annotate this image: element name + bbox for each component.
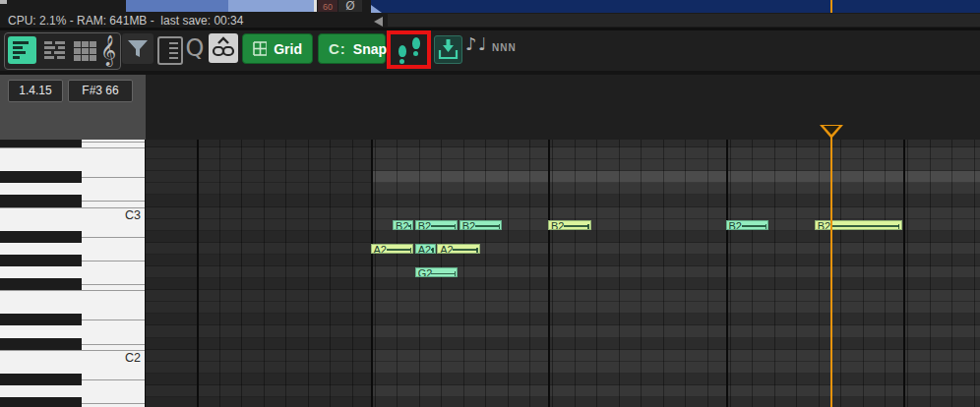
grid-row-G#1[interactable] <box>146 397 197 407</box>
piano-key-black-C#2[interactable] <box>0 338 82 350</box>
grid-toggle-button[interactable]: Grid <box>242 33 313 64</box>
grid-row-C2[interactable] <box>371 350 980 362</box>
grid-row-D2[interactable] <box>371 325 980 337</box>
midi-note-B2[interactable]: B2 <box>726 220 769 230</box>
grid-row-F3[interactable] <box>146 147 197 159</box>
piano-key-white-C3[interactable] <box>0 207 146 219</box>
grid-row-F3[interactable] <box>197 147 371 159</box>
midi-note-B2[interactable]: B2 <box>459 220 503 230</box>
grid-row-E2[interactable] <box>146 302 197 314</box>
grid-row-C#2[interactable] <box>197 338 371 350</box>
grid-row-A1[interactable] <box>371 385 980 397</box>
grid-row-G2[interactable] <box>197 266 371 278</box>
score-view-button[interactable]: 𝄞 <box>98 33 118 67</box>
grid-row-F#3[interactable] <box>371 140 980 147</box>
piano-key-white-A1[interactable] <box>0 385 146 397</box>
grid-row-C3[interactable] <box>371 207 980 219</box>
grid-row-E3[interactable] <box>146 159 197 171</box>
grid-row-A#1[interactable] <box>197 374 371 385</box>
piano-key-white-E3[interactable] <box>0 159 146 171</box>
scroll-left-arrow-icon[interactable] <box>374 17 383 27</box>
grid-row-D#3[interactable] <box>146 171 197 183</box>
grid-row-G#2[interactable] <box>197 255 371 266</box>
playhead-line[interactable] <box>830 125 832 407</box>
grid-row-E3[interactable] <box>197 159 371 171</box>
grid-row-G2[interactable] <box>371 266 980 278</box>
grid-row-D3[interactable] <box>146 183 197 195</box>
grid-row-C#3[interactable] <box>197 195 371 206</box>
piano-key-black-D#3[interactable] <box>0 171 82 183</box>
midi-note-A2[interactable]: A2 <box>415 244 436 254</box>
grid-row-B1[interactable] <box>146 362 197 374</box>
quarter-note-icon[interactable]: ♩ <box>478 33 487 54</box>
grid-row-F2[interactable] <box>146 290 197 302</box>
grid-row-E2[interactable] <box>197 302 371 314</box>
clip-block-left[interactable] <box>126 0 228 12</box>
midi-note-B2[interactable]: B2 <box>815 220 902 230</box>
grid-row-E2[interactable] <box>371 302 980 314</box>
grid-row-F#3[interactable] <box>197 140 371 147</box>
piano-key-black-A#1[interactable] <box>0 374 82 385</box>
grid-row-C2[interactable] <box>197 350 371 362</box>
grid-row-A1[interactable] <box>146 385 197 397</box>
grid-row-D#2[interactable] <box>146 314 197 325</box>
grid-row-F#2[interactable] <box>371 278 980 290</box>
midi-note-B2[interactable]: B2 <box>415 220 459 230</box>
grid-row-G#2[interactable] <box>371 255 980 266</box>
midi-note-A2[interactable]: A2 <box>371 244 414 254</box>
piano-key-white-C2[interactable] <box>0 350 146 362</box>
grid-row-A2[interactable] <box>146 243 197 255</box>
midi-note-G2[interactable]: G2 <box>415 267 459 277</box>
grid-row-G#1[interactable] <box>197 397 371 407</box>
grid-row-C#3[interactable] <box>146 195 197 206</box>
piano-key-white-B2[interactable] <box>0 219 146 231</box>
clip-region-strip[interactable] <box>371 0 980 13</box>
grid-row-C3[interactable] <box>197 207 371 219</box>
grid-row-D#2[interactable] <box>371 314 980 325</box>
grid-row-C2[interactable] <box>146 350 197 362</box>
grid-row-B1[interactable] <box>197 362 371 374</box>
grid-row-D2[interactable] <box>146 325 197 337</box>
drum-view-button[interactable] <box>40 36 69 64</box>
piano-key-black-A#2[interactable] <box>0 231 82 243</box>
eighth-note-icon[interactable]: ♪ <box>465 33 477 54</box>
grid-row-D#3[interactable] <box>371 171 980 183</box>
quantize-button[interactable]: Q <box>183 32 207 64</box>
grid-row-B2[interactable] <box>146 219 197 231</box>
piano-key-white-A2[interactable] <box>0 243 146 255</box>
grid-row-C#2[interactable] <box>371 338 980 350</box>
grid-row-D2[interactable] <box>197 325 371 337</box>
grid-row-F2[interactable] <box>371 290 980 302</box>
grid-row-F2[interactable] <box>197 290 371 302</box>
matrix-view-button[interactable] <box>71 36 98 64</box>
grid-row-A2[interactable] <box>197 243 371 255</box>
grid-row-A#1[interactable] <box>146 374 197 385</box>
piano-key-black-F#2[interactable] <box>0 278 82 290</box>
grid-row-A#2[interactable] <box>146 231 197 243</box>
piano-key-white-D2[interactable] <box>0 325 146 337</box>
grid-row-C3[interactable] <box>146 207 197 219</box>
horizontal-scrollbar-track[interactable] <box>388 14 980 27</box>
grid-row-G#1[interactable] <box>371 397 980 407</box>
filter-button[interactable] <box>122 33 153 64</box>
grid-row-C#2[interactable] <box>146 338 197 350</box>
piano-key-white-B1[interactable] <box>0 362 146 374</box>
piano-key-white-F2[interactable] <box>0 290 146 302</box>
note-list-button[interactable] <box>157 36 183 65</box>
midi-note-B2[interactable]: B2 <box>548 220 591 230</box>
piano-roll-view-button[interactable] <box>8 36 36 64</box>
grid-row-A#1[interactable] <box>371 374 980 385</box>
snap-toggle-button[interactable]: C: Snap <box>318 33 386 64</box>
grid-row-F3[interactable] <box>371 147 980 159</box>
midi-note-A2[interactable]: A2 <box>437 244 480 254</box>
grid-row-D#2[interactable] <box>197 314 371 325</box>
piano-key-white-G2[interactable] <box>0 266 146 278</box>
fold-notes-button[interactable] <box>434 35 462 64</box>
grid-row-G#2[interactable] <box>146 255 197 266</box>
piano-key-white-F3[interactable] <box>0 147 146 159</box>
follow-link-button[interactable] <box>209 33 238 63</box>
grid-row-G2[interactable] <box>146 266 197 278</box>
grid-row-B1[interactable] <box>371 362 980 374</box>
grid-row-A1[interactable] <box>197 385 371 397</box>
piano-key-black-F#3[interactable] <box>0 140 82 147</box>
